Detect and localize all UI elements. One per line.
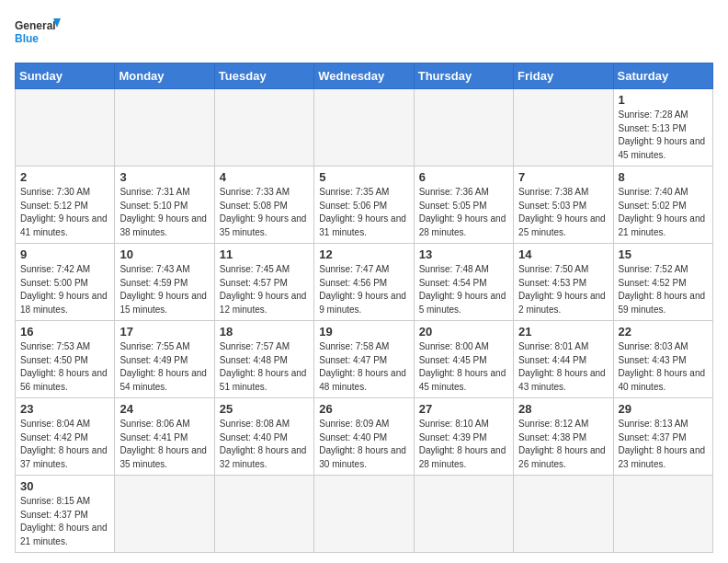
calendar-cell: [414, 476, 513, 553]
day-info: Sunrise: 7:47 AM Sunset: 4:56 PM Dayligh…: [319, 263, 408, 316]
calendar-cell: [514, 89, 613, 167]
calendar-cell: [414, 89, 513, 167]
weekday-saturday: Saturday: [613, 63, 712, 89]
day-number: 20: [419, 325, 508, 339]
day-info: Sunrise: 8:00 AM Sunset: 4:45 PM Dayligh…: [419, 340, 508, 394]
calendar-cell: [115, 476, 214, 553]
day-number: 27: [419, 402, 508, 416]
day-info: Sunrise: 7:57 AM Sunset: 4:48 PM Dayligh…: [220, 340, 309, 394]
weekday-sunday: Sunday: [16, 63, 115, 89]
day-info: Sunrise: 8:08 AM Sunset: 4:40 PM Dayligh…: [220, 418, 309, 471]
logo-svg: General Blue: [15, 15, 61, 52]
day-number: 8: [619, 170, 708, 184]
logo: General Blue: [15, 15, 61, 52]
calendar-cell: 2Sunrise: 7:30 AM Sunset: 5:12 PM Daylig…: [16, 167, 115, 244]
calendar-week-4: 23Sunrise: 8:04 AM Sunset: 4:42 PM Dayli…: [16, 398, 713, 476]
day-number: 4: [220, 170, 309, 184]
day-info: Sunrise: 8:10 AM Sunset: 4:39 PM Dayligh…: [419, 418, 508, 471]
day-info: Sunrise: 7:35 AM Sunset: 5:06 PM Dayligh…: [319, 186, 408, 239]
calendar-cell: 29Sunrise: 8:13 AM Sunset: 4:37 PM Dayli…: [613, 398, 712, 476]
calendar-cell: 8Sunrise: 7:40 AM Sunset: 5:02 PM Daylig…: [613, 167, 712, 244]
day-number: 23: [20, 402, 109, 416]
svg-text:General: General: [15, 19, 56, 32]
calendar-cell: 17Sunrise: 7:55 AM Sunset: 4:49 PM Dayli…: [115, 321, 214, 398]
calendar-cell: 4Sunrise: 7:33 AM Sunset: 5:08 PM Daylig…: [214, 167, 313, 244]
day-number: 14: [518, 247, 608, 261]
day-number: 15: [619, 247, 708, 261]
day-number: 12: [319, 247, 408, 261]
day-info: Sunrise: 7:48 AM Sunset: 4:54 PM Dayligh…: [419, 263, 508, 316]
day-number: 17: [119, 325, 209, 339]
calendar-cell: 24Sunrise: 8:06 AM Sunset: 4:41 PM Dayli…: [115, 398, 214, 476]
calendar-header: SundayMondayTuesdayWednesdayThursdayFrid…: [16, 63, 713, 89]
day-info: Sunrise: 8:12 AM Sunset: 4:38 PM Dayligh…: [518, 418, 608, 471]
calendar-cell: 1Sunrise: 7:28 AM Sunset: 5:13 PM Daylig…: [613, 89, 712, 167]
day-info: Sunrise: 7:30 AM Sunset: 5:12 PM Dayligh…: [20, 186, 109, 239]
day-number: 22: [619, 325, 708, 339]
day-number: 16: [20, 325, 109, 339]
calendar-cell: 13Sunrise: 7:48 AM Sunset: 4:54 PM Dayli…: [414, 244, 513, 321]
day-number: 10: [119, 247, 209, 261]
day-info: Sunrise: 8:15 AM Sunset: 4:37 PM Dayligh…: [20, 495, 109, 548]
calendar-cell: 3Sunrise: 7:31 AM Sunset: 5:10 PM Daylig…: [115, 167, 214, 244]
day-info: Sunrise: 7:38 AM Sunset: 5:03 PM Dayligh…: [518, 186, 608, 239]
day-number: 2: [20, 170, 109, 184]
day-info: Sunrise: 7:33 AM Sunset: 5:08 PM Dayligh…: [220, 186, 309, 239]
calendar-cell: 28Sunrise: 8:12 AM Sunset: 4:38 PM Dayli…: [514, 398, 613, 476]
calendar-cell: 9Sunrise: 7:42 AM Sunset: 5:00 PM Daylig…: [16, 244, 115, 321]
day-number: 13: [419, 247, 508, 261]
calendar-cell: 23Sunrise: 8:04 AM Sunset: 4:42 PM Dayli…: [16, 398, 115, 476]
day-info: Sunrise: 7:43 AM Sunset: 4:59 PM Dayligh…: [119, 263, 209, 316]
day-number: 24: [119, 402, 209, 416]
calendar-cell: 14Sunrise: 7:50 AM Sunset: 4:53 PM Dayli…: [514, 244, 613, 321]
calendar-cell: 18Sunrise: 7:57 AM Sunset: 4:48 PM Dayli…: [214, 321, 313, 398]
day-number: 21: [518, 325, 608, 339]
weekday-friday: Friday: [514, 63, 613, 89]
day-info: Sunrise: 7:55 AM Sunset: 4:49 PM Dayligh…: [119, 340, 209, 394]
calendar-cell: 20Sunrise: 8:00 AM Sunset: 4:45 PM Dayli…: [414, 321, 513, 398]
weekday-wednesday: Wednesday: [314, 63, 414, 89]
page-header: General Blue: [15, 15, 713, 52]
day-info: Sunrise: 7:28 AM Sunset: 5:13 PM Dayligh…: [619, 109, 708, 162]
svg-text:Blue: Blue: [15, 32, 39, 45]
day-info: Sunrise: 7:40 AM Sunset: 5:02 PM Dayligh…: [619, 186, 708, 239]
calendar-week-0: 1Sunrise: 7:28 AM Sunset: 5:13 PM Daylig…: [16, 89, 713, 167]
calendar-cell: 25Sunrise: 8:08 AM Sunset: 4:40 PM Dayli…: [214, 398, 313, 476]
day-number: 28: [518, 402, 608, 416]
weekday-monday: Monday: [115, 63, 214, 89]
calendar-cell: 30Sunrise: 8:15 AM Sunset: 4:37 PM Dayli…: [16, 476, 115, 553]
day-number: 29: [619, 402, 708, 416]
calendar-week-2: 9Sunrise: 7:42 AM Sunset: 5:00 PM Daylig…: [16, 244, 713, 321]
calendar-cell: 15Sunrise: 7:52 AM Sunset: 4:52 PM Dayli…: [613, 244, 712, 321]
day-number: 19: [319, 325, 408, 339]
day-info: Sunrise: 7:50 AM Sunset: 4:53 PM Dayligh…: [518, 263, 608, 316]
day-number: 7: [518, 170, 608, 184]
weekday-tuesday: Tuesday: [214, 63, 313, 89]
day-info: Sunrise: 7:36 AM Sunset: 5:05 PM Dayligh…: [419, 186, 508, 239]
day-info: Sunrise: 7:58 AM Sunset: 4:47 PM Dayligh…: [319, 340, 408, 394]
calendar-cell: [514, 476, 613, 553]
day-info: Sunrise: 8:03 AM Sunset: 4:43 PM Dayligh…: [619, 340, 708, 394]
calendar-week-5: 30Sunrise: 8:15 AM Sunset: 4:37 PM Dayli…: [16, 476, 713, 553]
calendar-body: 1Sunrise: 7:28 AM Sunset: 5:13 PM Daylig…: [16, 89, 713, 553]
day-info: Sunrise: 7:53 AM Sunset: 4:50 PM Dayligh…: [20, 340, 109, 394]
calendar-cell: 21Sunrise: 8:01 AM Sunset: 4:44 PM Dayli…: [514, 321, 613, 398]
day-number: 25: [220, 402, 309, 416]
calendar-cell: 19Sunrise: 7:58 AM Sunset: 4:47 PM Dayli…: [314, 321, 414, 398]
calendar-week-3: 16Sunrise: 7:53 AM Sunset: 4:50 PM Dayli…: [16, 321, 713, 398]
day-number: 11: [220, 247, 309, 261]
day-number: 9: [20, 247, 109, 261]
calendar-cell: [613, 476, 712, 553]
calendar-cell: [16, 89, 115, 167]
day-info: Sunrise: 7:52 AM Sunset: 4:52 PM Dayligh…: [619, 263, 708, 316]
calendar-cell: 10Sunrise: 7:43 AM Sunset: 4:59 PM Dayli…: [115, 244, 214, 321]
calendar-cell: 11Sunrise: 7:45 AM Sunset: 4:57 PM Dayli…: [214, 244, 313, 321]
weekday-header-row: SundayMondayTuesdayWednesdayThursdayFrid…: [16, 63, 713, 89]
day-info: Sunrise: 8:06 AM Sunset: 4:41 PM Dayligh…: [119, 418, 209, 471]
day-number: 26: [319, 402, 408, 416]
calendar-cell: 6Sunrise: 7:36 AM Sunset: 5:05 PM Daylig…: [414, 167, 513, 244]
day-info: Sunrise: 7:45 AM Sunset: 4:57 PM Dayligh…: [220, 263, 309, 316]
calendar-cell: 5Sunrise: 7:35 AM Sunset: 5:06 PM Daylig…: [314, 167, 414, 244]
calendar-table: SundayMondayTuesdayWednesdayThursdayFrid…: [15, 63, 713, 553]
day-info: Sunrise: 8:13 AM Sunset: 4:37 PM Dayligh…: [619, 418, 708, 471]
